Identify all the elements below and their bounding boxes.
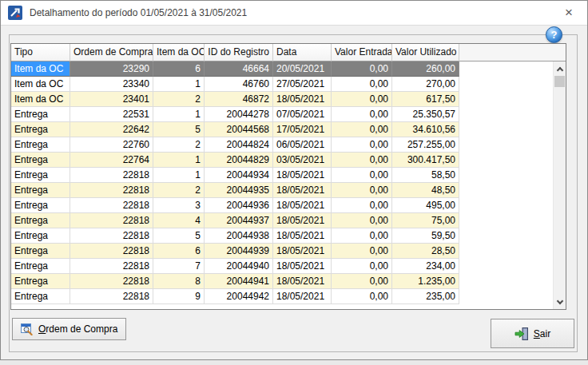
cell[interactable]: 75,00 (392, 213, 459, 228)
column-header-5[interactable]: Data (273, 44, 332, 61)
table-row[interactable]: Item da OC2329064666420/05/20210,00260,0… (11, 61, 566, 77)
cell[interactable]: 20044829 (205, 153, 273, 168)
cell[interactable]: 2 (153, 183, 205, 198)
table-row[interactable]: Entrega2281812004493418/05/20210,0058,50 (11, 168, 566, 183)
ordem-de-compra-button[interactable]: Ordem de Compra (12, 318, 126, 340)
column-header-3[interactable]: Item da OC (153, 44, 205, 61)
cell[interactable]: 0,00 (332, 259, 392, 274)
cell[interactable]: 1 (153, 153, 205, 168)
cell[interactable]: 300.417,50 (392, 153, 459, 168)
cell[interactable]: Entrega (11, 274, 70, 289)
table-row[interactable]: Entrega2281892004494218/05/20210,00235,0… (11, 289, 566, 304)
cell[interactable]: 22642 (70, 122, 153, 137)
cell[interactable]: 0,00 (332, 122, 392, 137)
cell[interactable]: 22818 (70, 213, 153, 228)
table-row[interactable]: Entrega2253112004427807/05/20210,0025.35… (11, 107, 566, 122)
column-header-1[interactable]: Tipo (11, 44, 70, 61)
cell[interactable]: 28,50 (392, 244, 459, 259)
cell[interactable]: 18/05/2021 (273, 244, 332, 259)
cell[interactable]: 34.610,56 (392, 122, 459, 137)
cell[interactable]: 18/05/2021 (273, 259, 332, 274)
cell[interactable]: 22818 (70, 183, 153, 198)
cell[interactable]: 18/05/2021 (273, 198, 332, 213)
cell[interactable]: 2 (153, 92, 205, 107)
cell[interactable]: Item da OC (11, 77, 70, 92)
cell[interactable]: 23401 (70, 92, 153, 107)
scroll-down-button[interactable] (554, 296, 566, 308)
cell[interactable]: 0,00 (332, 92, 392, 107)
cell[interactable]: 22760 (70, 137, 153, 153)
cell[interactable]: 0,00 (332, 107, 392, 122)
cell[interactable]: 22818 (70, 168, 153, 183)
cell[interactable]: Entrega (11, 137, 70, 153)
cell[interactable]: 617,50 (392, 92, 459, 107)
cell[interactable]: 22818 (70, 289, 153, 304)
cell[interactable]: 7 (153, 259, 205, 274)
scrollbar-thumb[interactable] (554, 76, 565, 87)
cell[interactable]: 20/05/2021 (273, 61, 332, 77)
table-row[interactable]: Entrega2281862004493918/05/20210,0028,50 (11, 244, 566, 259)
cell[interactable]: Entrega (11, 153, 70, 168)
cell[interactable]: Entrega (11, 259, 70, 274)
cell[interactable]: 46872 (205, 92, 273, 107)
cell[interactable]: 0,00 (332, 153, 392, 168)
column-header-7[interactable]: Valor Utilizado (392, 44, 459, 61)
cell[interactable]: 0,00 (332, 289, 392, 304)
vertical-scrollbar[interactable] (553, 61, 566, 309)
table-row[interactable]: Entrega2281852004493818/05/20210,0059,50 (11, 228, 566, 244)
cell[interactable]: 234,00 (392, 259, 459, 274)
table-row[interactable]: Entrega2264252004456817/05/20210,0034.61… (11, 122, 566, 137)
cell[interactable]: 18/05/2021 (273, 228, 332, 244)
cell[interactable]: 20044940 (205, 259, 273, 274)
cell[interactable]: 0,00 (332, 244, 392, 259)
cell[interactable]: 3 (153, 198, 205, 213)
cell[interactable]: Entrega (11, 289, 70, 304)
cell[interactable]: Item da OC (11, 61, 70, 77)
cell[interactable]: 8 (153, 274, 205, 289)
cell[interactable]: 6 (153, 244, 205, 259)
cell[interactable]: 22818 (70, 244, 153, 259)
cell[interactable]: 0,00 (332, 183, 392, 198)
cell[interactable]: 58,50 (392, 168, 459, 183)
table-row[interactable]: Item da OC2340124687218/05/20210,00617,5… (11, 92, 566, 107)
cell[interactable]: 22818 (70, 259, 153, 274)
cell[interactable]: 257.255,00 (392, 137, 459, 153)
help-icon[interactable]: ? (546, 26, 562, 43)
cell[interactable]: 46664 (205, 61, 273, 77)
cell[interactable]: 18/05/2021 (273, 168, 332, 183)
cell[interactable]: Entrega (11, 198, 70, 213)
cell[interactable]: 46760 (205, 77, 273, 92)
cell[interactable]: 25.350,57 (392, 107, 459, 122)
cell[interactable]: 1 (153, 77, 205, 92)
cell[interactable]: Entrega (11, 244, 70, 259)
cell[interactable]: 4 (153, 213, 205, 228)
table-row[interactable]: Entrega2281882004494118/05/20210,001.235… (11, 274, 566, 289)
cell[interactable]: 07/05/2021 (273, 107, 332, 122)
cell[interactable]: 18/05/2021 (273, 213, 332, 228)
cell[interactable]: Entrega (11, 213, 70, 228)
column-header-2[interactable]: Ordem de Compra (70, 44, 153, 61)
cell[interactable]: 0,00 (332, 77, 392, 92)
cell[interactable]: 2 (153, 137, 205, 153)
cell[interactable]: 03/05/2021 (273, 153, 332, 168)
cell[interactable]: 1.235,00 (392, 274, 459, 289)
cell[interactable]: 22818 (70, 228, 153, 244)
cell[interactable]: 20044939 (205, 244, 273, 259)
table-row[interactable]: Entrega2281842004493718/05/20210,0075,00 (11, 213, 566, 228)
cell[interactable]: 20044568 (205, 122, 273, 137)
cell[interactable]: 235,00 (392, 289, 459, 304)
cell[interactable]: Entrega (11, 183, 70, 198)
cell[interactable]: 5 (153, 122, 205, 137)
cell[interactable]: 27/05/2021 (273, 77, 332, 92)
cell[interactable]: 9 (153, 289, 205, 304)
scroll-up-button[interactable] (554, 62, 566, 75)
cell[interactable]: 0,00 (332, 168, 392, 183)
cell[interactable]: Entrega (11, 168, 70, 183)
cell[interactable]: 48,50 (392, 183, 459, 198)
cell[interactable]: 17/05/2021 (273, 122, 332, 137)
sair-button[interactable]: Sair (491, 319, 574, 348)
cell[interactable]: 20044938 (205, 228, 273, 244)
table-row[interactable]: Entrega2281832004493618/05/20210,00495,0… (11, 198, 566, 213)
cell[interactable]: 22818 (70, 274, 153, 289)
cell[interactable]: 20044935 (205, 183, 273, 198)
